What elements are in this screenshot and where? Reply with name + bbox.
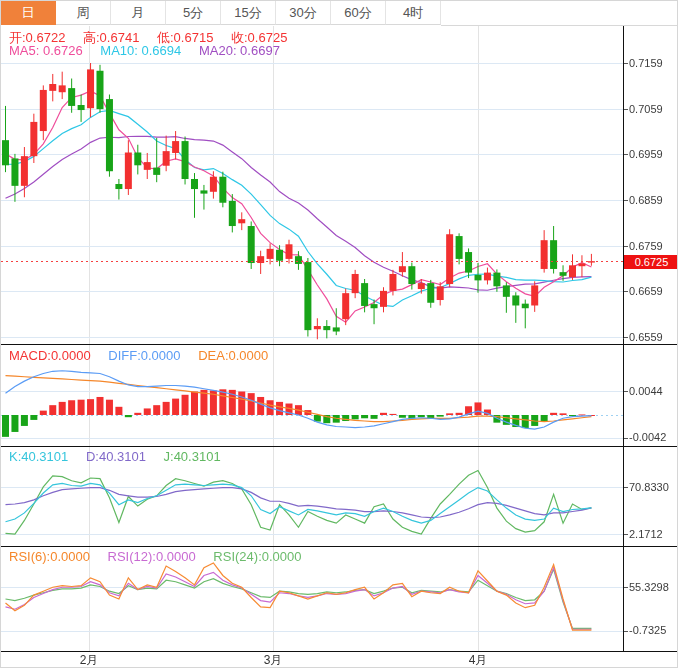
ma-readout: MA5: 0.6726 MA10: 0.6694 MA20: 0.6697 xyxy=(9,43,294,58)
kdj-readout: K:40.3101 D:40.3101 J:40.3101 xyxy=(9,449,235,464)
chart-app-window: 日 周 月 5分 15分 30分 60分 4时 开:0.6722 高:0.674… xyxy=(0,0,678,668)
price-tick: 0.7059 xyxy=(629,103,663,115)
rsi-axis-tick: -0.7325 xyxy=(629,624,666,636)
dea-value: DEA:0.0000 xyxy=(198,348,268,363)
current-price-tag: 0.6725 xyxy=(624,255,678,269)
kdj-axis-tick: 70.8330 xyxy=(629,481,669,493)
price-tick: 0.7159 xyxy=(629,57,663,69)
month-label-feb: 2月 xyxy=(67,652,111,668)
tab-month[interactable]: 月 xyxy=(111,1,166,25)
j-value: J:40.3101 xyxy=(164,449,221,464)
d-value: D:40.3101 xyxy=(86,449,146,464)
timeframe-tabbar: 日 周 月 5分 15分 30分 60分 4时 xyxy=(1,1,678,26)
tab-15min[interactable]: 15分 xyxy=(221,1,276,25)
macd-value: MACD:0.0000 xyxy=(9,348,91,363)
ma10-value: MA10: 0.6694 xyxy=(100,43,181,58)
ma20-value: MA20: 0.6697 xyxy=(199,43,280,58)
price-tick: 0.6859 xyxy=(629,194,663,206)
kdj-axis-tick: 2.1712 xyxy=(629,528,663,540)
price-tick: 0.6659 xyxy=(629,285,663,297)
macd-axis-tick: -0.0042 xyxy=(629,431,666,443)
rsi-axis-tick: 55.3298 xyxy=(629,581,669,593)
rsi12-value: RSI(12):0.0000 xyxy=(108,549,196,564)
rsi-readout: RSI(6):0.0000 RSI(12):0.0000 RSI(24):0.0… xyxy=(9,549,316,564)
tab-week[interactable]: 周 xyxy=(56,1,111,25)
diff-value: DIFF:0.0000 xyxy=(108,348,180,363)
rsi6-value: RSI(6):0.0000 xyxy=(9,549,90,564)
rsi24-value: RSI(24):0.0000 xyxy=(213,549,301,564)
macd-readout: MACD:0.0000 DIFF:0.0000 DEA:0.0000 xyxy=(9,348,282,363)
macd-axis-tick: 0.0044 xyxy=(629,385,663,397)
tab-30min[interactable]: 30分 xyxy=(276,1,331,25)
tab-4hour[interactable]: 4时 xyxy=(386,1,441,25)
tabbar-filler xyxy=(441,1,678,26)
price-tick: 0.6759 xyxy=(629,240,663,252)
k-value: K:40.3101 xyxy=(9,449,68,464)
price-tick: 0.6559 xyxy=(629,331,663,343)
chart-canvas[interactable] xyxy=(1,26,678,668)
tab-day[interactable]: 日 xyxy=(1,1,56,25)
month-label-mar: 3月 xyxy=(251,652,295,668)
tab-60min[interactable]: 60分 xyxy=(331,1,386,25)
ma5-value: MA5: 0.6726 xyxy=(9,43,83,58)
price-tick: 0.6959 xyxy=(629,148,663,160)
month-label-apr: 4月 xyxy=(456,652,500,668)
tab-5min[interactable]: 5分 xyxy=(166,1,221,25)
